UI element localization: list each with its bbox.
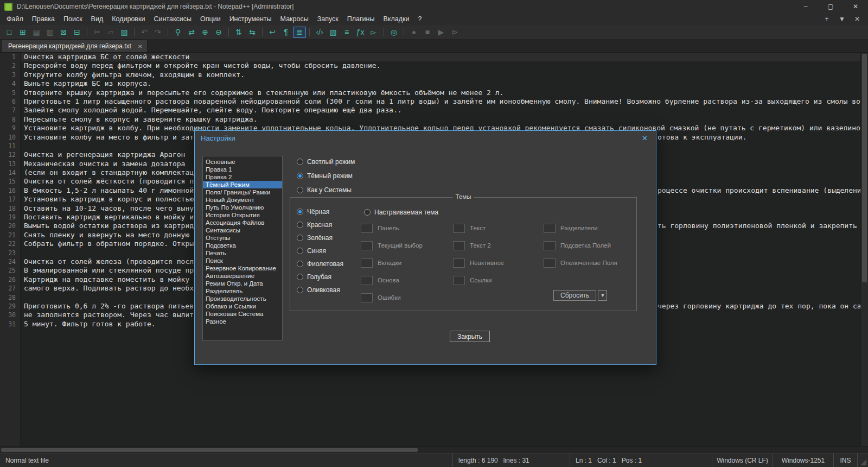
monitoring-icon[interactable]: ◎ [387,27,400,38]
tab-list-icon[interactable]: ▼ [835,15,848,23]
status-eol-format[interactable]: Windows (CR LF) [712,453,773,467]
new-tab-icon[interactable]: + [820,15,833,23]
settings-category-item[interactable]: Резервное Копирование [203,264,282,272]
color-swatch-button[interactable] [361,241,373,250]
macro-play-icon[interactable]: ▶ [435,27,448,38]
settings-category-item[interactable]: Правка 1 [203,166,282,173]
resize-grip[interactable] [857,453,868,467]
open-file-icon[interactable]: ⊞ [16,27,29,38]
settings-category-item[interactable]: Основные [203,158,282,166]
status-insert-mode[interactable]: INS [833,453,857,467]
reset-dropdown-icon[interactable]: ▼ [598,290,607,301]
color-swatch-button[interactable] [361,258,373,268]
close-file-icon[interactable]: ⊠ [57,27,70,38]
menu-item[interactable]: Запуск [313,14,343,24]
indent-guide-icon[interactable]: ≣ [293,27,306,38]
minimize-button[interactable]: – [793,0,818,13]
settings-category-item[interactable]: Поиск [203,257,282,264]
settings-category-item[interactable]: Путь По Умолчанию [203,204,282,211]
sync-horizontal-icon[interactable]: ⇆ [246,27,259,38]
menu-item[interactable]: Кодировки [107,14,149,24]
settings-category-item[interactable]: Синтаксисы [203,226,282,234]
menu-item[interactable]: Плагины [343,14,379,24]
radio-option[interactable]: Голубая [297,270,343,283]
menu-item[interactable]: Инструменты [225,14,276,24]
menu-item[interactable]: Макросы [276,14,313,24]
sync-vertical-icon[interactable]: ⇅ [232,27,245,38]
settings-category-item[interactable]: Производительность [203,295,282,302]
settings-category-list[interactable]: ОсновныеПравка 1Правка 2Тёмный РежимПоля… [202,156,283,340]
settings-category-item[interactable]: Облако и Ссылки [203,302,282,310]
undo-icon[interactable]: ↶ [138,27,151,38]
paste-icon[interactable]: ▨ [118,27,131,38]
settings-category-item[interactable]: Режим Откр. и Дата [203,280,282,287]
find-icon[interactable]: ⚲ [171,27,184,38]
vertical-scrollbar[interactable] [860,53,868,446]
word-wrap-icon[interactable]: ↩ [266,27,279,38]
color-swatch-button[interactable] [361,224,373,233]
color-swatch-button[interactable] [544,241,556,250]
color-swatch-button[interactable] [453,258,465,268]
macro-record-icon[interactable]: ● [407,27,420,38]
zoom-out-icon[interactable]: ⊖ [212,27,225,38]
menu-item[interactable]: Поиск [59,14,87,24]
color-swatch-button[interactable] [544,258,556,268]
redo-icon[interactable]: ↷ [151,27,164,38]
dialog-close-icon[interactable]: ✕ [640,134,650,142]
new-file-icon[interactable]: □ [3,27,16,38]
radio-option[interactable]: Оливковая [297,283,343,296]
color-swatch-button[interactable] [544,224,556,233]
macro-save-icon[interactable]: ⊳ [448,27,461,38]
settings-category-item[interactable]: Новый Документ [203,196,282,204]
maximize-button[interactable]: ▢ [818,0,843,13]
folder-as-workspace-icon[interactable]: ▻ [367,27,380,38]
zoom-in-icon[interactable]: ⊕ [199,27,212,38]
settings-category-item[interactable]: Разделитель [203,287,282,295]
title-bar[interactable]: D:\Lenouser\Documents\Регенерация картри… [0,0,868,13]
settings-category-item[interactable]: Подсветка [203,242,282,249]
radio-option[interactable]: Чёрная [297,205,343,218]
settings-category-item[interactable]: Тёмный Режим [203,181,282,188]
color-swatch-button[interactable] [453,224,465,233]
vertical-scrollbar-thumb[interactable] [862,54,867,282]
status-encoding[interactable]: Windows-1251 [773,453,833,467]
document-map-icon[interactable]: ▧ [327,27,340,38]
settings-category-item[interactable]: История Открытия [203,211,282,219]
settings-category-item[interactable]: Печать [203,249,282,257]
close-tab-icon[interactable]: ✕ [851,15,864,23]
save-file-icon[interactable]: ▤ [30,27,43,38]
dialog-title-bar[interactable]: Настройки ✕ [195,131,656,145]
tab-close-icon[interactable]: ✕ [138,43,142,49]
document-list-icon[interactable]: ≡ [340,27,353,38]
tab-active-document[interactable]: Регенерация картриджей для гейзера.txt ✕ [1,40,148,52]
radio-option[interactable]: Красная [297,218,343,231]
replace-icon[interactable]: ⇄ [185,27,198,38]
radio-option[interactable]: Светлый режим [297,155,355,169]
show-all-characters-icon[interactable]: ¶ [279,27,292,38]
color-swatch-button[interactable] [453,276,465,285]
user-define-language-icon[interactable]: ‹/› [313,27,326,38]
color-swatch-button[interactable] [361,293,373,302]
color-swatch-button[interactable] [361,276,373,285]
horizontal-scrollbar[interactable] [0,446,868,453]
menu-item[interactable]: Файл [2,14,28,24]
horizontal-scrollbar-thumb[interactable] [1,448,418,452]
settings-category-item[interactable]: Разное [203,318,282,325]
macro-stop-icon[interactable]: ■ [421,27,434,38]
radio-option[interactable]: Как у Системы [297,183,355,197]
close-all-icon[interactable]: ⊟ [71,27,84,38]
radio-option[interactable]: Синяя [297,244,343,257]
radio-option[interactable]: Настраиваемая тема [364,205,438,219]
menu-item[interactable]: Вид [87,14,108,24]
settings-category-item[interactable]: Поисковая Система [203,310,282,318]
radio-option[interactable]: Фиолетовая [297,257,343,270]
settings-category-item[interactable]: Отступы [203,234,282,242]
copy-icon[interactable]: ▱ [104,27,117,38]
reset-button[interactable]: Сбросить [553,290,596,301]
settings-category-item[interactable]: Ассоциация Файлов [203,219,282,226]
cut-icon[interactable]: ✂ [91,27,104,38]
radio-option[interactable]: Зелёная [297,231,343,244]
close-button[interactable]: ✕ [843,0,868,13]
save-all-icon[interactable]: ▥ [43,27,56,38]
settings-category-item[interactable]: Автозавершение [203,272,282,280]
